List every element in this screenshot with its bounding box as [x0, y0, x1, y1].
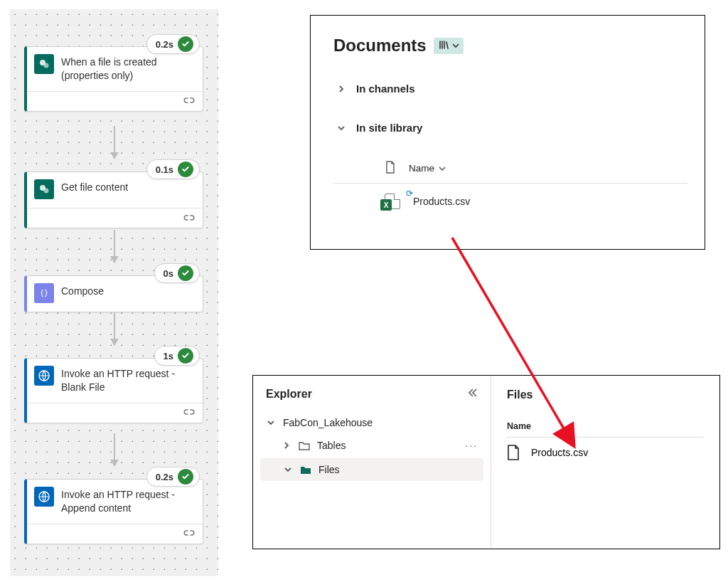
sync-indicator-icon: ⟳	[406, 189, 413, 199]
more-options-icon[interactable]: ···	[465, 440, 478, 451]
file-icon	[385, 161, 396, 176]
run-duration: 0s	[164, 268, 173, 279]
success-check-icon	[178, 162, 193, 177]
tree-node-label: Files	[318, 464, 340, 475]
file-row[interactable]: Products.csv	[507, 438, 704, 467]
step-title: Invoke an HTTP request - Append content	[61, 487, 194, 515]
chevron-down-icon	[439, 165, 446, 172]
flow-step-compose[interactable]: 0s {} Compose	[24, 275, 203, 312]
view-selector[interactable]	[434, 38, 464, 54]
library-icon	[438, 39, 449, 53]
sharepoint-icon	[34, 54, 54, 74]
step-title: Get file content	[61, 179, 128, 194]
success-check-icon	[178, 469, 193, 485]
tree-node-lakehouse[interactable]: FabCon_Lakehouse	[253, 411, 491, 434]
chevron-down-icon	[452, 40, 459, 51]
http-globe-icon	[34, 487, 54, 507]
documents-panel: Documents In channels In site library Na…	[310, 15, 705, 250]
tree-node-label: Tables	[317, 440, 346, 451]
run-duration: 0.1s	[156, 164, 173, 175]
success-check-icon	[178, 36, 193, 52]
chevron-down-icon	[266, 418, 276, 427]
section-in-channels[interactable]: In channels	[333, 75, 687, 102]
documents-title: Documents	[333, 36, 427, 55]
run-duration-badge: 0.1s	[146, 159, 200, 179]
file-name: Products.csv	[413, 196, 470, 207]
flow-step-http-blank-file[interactable]: 1s Invoke an HTTP request - Blank File	[24, 358, 203, 423]
run-duration: 0.2s	[156, 39, 173, 50]
column-header-label: Name	[409, 163, 434, 174]
excel-file-icon: X	[385, 194, 400, 209]
step-title: Compose	[61, 283, 104, 298]
section-in-site-library[interactable]: In site library	[333, 115, 687, 141]
flow-step-http-append[interactable]: 0.2s Invoke an HTTP request - Append con…	[24, 479, 203, 544]
run-duration-badge: 0.2s	[146, 467, 200, 487]
flow-step-trigger[interactable]: 0.2s When a file is created (properties …	[24, 46, 203, 112]
chevron-down-icon	[283, 465, 293, 474]
compose-icon: {}	[34, 283, 54, 303]
section-label: In site library	[356, 122, 422, 134]
folder-solid-icon	[300, 465, 311, 475]
svg-text:{}: {}	[40, 289, 48, 297]
file-name: Products.csv	[531, 447, 588, 458]
run-duration-badge: 0.2s	[146, 34, 200, 54]
success-check-icon	[178, 265, 193, 281]
run-duration-badge: 0s	[154, 263, 200, 283]
step-title: Invoke an HTTP request - Blank File	[61, 366, 194, 394]
collapse-icon[interactable]	[466, 387, 478, 401]
column-header-row: Name	[333, 154, 687, 183]
file-row[interactable]: X ⟳ Products.csv	[333, 184, 687, 219]
flow-step-get-file-content[interactable]: 0.1s Get file content	[24, 171, 203, 228]
tree-node-files[interactable]: Files	[260, 458, 483, 481]
link-icon	[183, 406, 196, 419]
sharepoint-icon	[34, 179, 54, 199]
explorer-panel: Explorer FabCon_Lakehouse Tables ···	[252, 375, 720, 549]
chevron-down-icon	[336, 124, 346, 132]
files-pane-title: Files	[507, 388, 704, 401]
success-check-icon	[178, 348, 193, 364]
svg-point-3	[44, 189, 49, 194]
column-header-name[interactable]: Name	[409, 163, 446, 174]
tree-node-tables[interactable]: Tables ···	[253, 434, 491, 457]
explorer-title: Explorer	[266, 388, 312, 401]
section-label: In channels	[356, 83, 415, 95]
link-icon	[183, 95, 196, 107]
link-icon	[183, 527, 196, 540]
flow-canvas: 0.2s When a file is created (properties …	[10, 9, 218, 576]
link-icon	[183, 212, 196, 225]
chevron-right-icon	[336, 85, 346, 93]
run-duration: 1s	[164, 351, 173, 361]
run-duration-badge: 1s	[154, 346, 200, 366]
folder-outline-icon	[299, 440, 310, 450]
column-header-name: Name	[507, 421, 704, 431]
run-duration: 0.2s	[156, 472, 173, 482]
tree-node-label: FabCon_Lakehouse	[283, 417, 373, 428]
step-title: When a file is created (properties only)	[61, 54, 194, 83]
svg-point-1	[44, 63, 49, 68]
chevron-right-icon	[282, 441, 291, 450]
http-globe-icon	[34, 366, 54, 386]
file-icon	[507, 445, 520, 460]
